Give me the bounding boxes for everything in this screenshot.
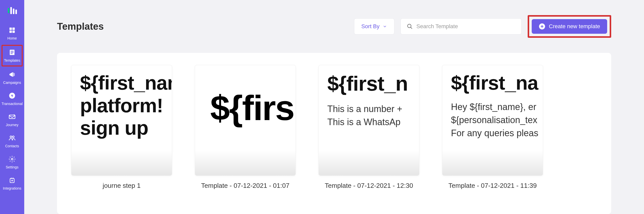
template-card[interactable]: ${first_name} platform! sign up journe s…	[71, 65, 172, 190]
svg-point-14	[10, 136, 12, 138]
sidebar-item-label: Templates	[4, 58, 20, 62]
svg-rect-4	[10, 28, 12, 30]
svg-rect-7	[12, 30, 15, 33]
sidebar-item-label: Contacts	[5, 144, 19, 148]
sidebar-item-label: Transactional	[2, 102, 23, 106]
template-title: journe step 1	[103, 182, 141, 190]
template-preview: ${firs	[195, 65, 296, 176]
sidebar-item-integrations[interactable]: Integrations	[2, 174, 23, 193]
template-title: Template - 07-12-2021 - 01:07	[201, 182, 289, 190]
sidebar-item-settings[interactable]: Settings	[2, 153, 23, 172]
template-preview: ${first_n This is a number + This is a W…	[318, 65, 419, 176]
svg-rect-2	[13, 9, 14, 14]
sidebar-item-home[interactable]: Home	[2, 24, 23, 43]
contacts-icon	[9, 134, 16, 142]
integrations-icon	[9, 177, 16, 185]
create-button-highlight: Create new template	[528, 15, 611, 38]
template-card[interactable]: ${first_na Hey ${first_name}, er ${perso…	[442, 65, 543, 190]
chevron-down-icon	[383, 24, 387, 29]
app-logo[interactable]	[4, 3, 20, 19]
svg-rect-6	[10, 30, 12, 33]
svg-rect-11	[11, 53, 13, 54]
svg-point-16	[11, 158, 13, 160]
sidebar-item-label: Campaigns	[3, 81, 21, 85]
preview-text: ${first_na	[451, 72, 543, 94]
svg-rect-9	[11, 51, 14, 51]
svg-rect-3	[15, 10, 17, 14]
template-grid: ${first_name} platform! sign up journe s…	[71, 65, 597, 190]
sidebar-item-label: Settings	[6, 165, 19, 169]
journey-icon	[9, 113, 16, 121]
svg-rect-1	[10, 7, 12, 14]
sidebar-item-contacts[interactable]: Contacts	[2, 131, 23, 151]
preview-text: ${firs	[210, 90, 294, 126]
template-card[interactable]: ${first_n This is a number + This is a W…	[318, 65, 419, 190]
search-box[interactable]	[400, 18, 522, 34]
campaigns-icon	[9, 71, 16, 79]
sort-by-button[interactable]: Sort By	[354, 18, 394, 34]
template-card[interactable]: ${firs Template - 07-12-2021 - 01:07	[195, 65, 296, 190]
svg-rect-13	[9, 115, 15, 119]
svg-rect-10	[11, 52, 14, 53]
template-title: Template - 07-12-2021 - 12:30	[325, 182, 413, 190]
sort-label: Sort By	[361, 23, 380, 30]
plus-circle-icon	[539, 23, 545, 30]
preview-body: Hey ${first_name}, er ${personalisation_…	[451, 100, 543, 140]
template-preview: ${first_name} platform! sign up	[71, 65, 172, 176]
search-input[interactable]	[416, 23, 515, 30]
sidebar-item-label: Home	[7, 36, 17, 40]
search-icon	[407, 23, 413, 29]
sidebar-item-templates[interactable]: Templates	[2, 45, 23, 66]
svg-point-15	[12, 136, 14, 138]
create-label: Create new template	[549, 23, 600, 30]
page-title: Templates	[57, 21, 104, 32]
main-content: Templates Sort By Create new template	[24, 0, 644, 214]
templates-icon	[9, 49, 16, 57]
sidebar: Home Templates Campaigns Transactional J…	[0, 0, 24, 214]
sidebar-item-label: Integrations	[3, 186, 21, 190]
svg-rect-0	[8, 8, 9, 13]
preview-text: ${first_name} platform! sign up	[80, 72, 172, 139]
sidebar-item-transactional[interactable]: Transactional	[2, 89, 23, 109]
transactional-icon	[9, 92, 16, 100]
svg-point-18	[408, 24, 411, 28]
template-preview: ${first_na Hey ${first_name}, er ${perso…	[442, 65, 543, 176]
header-controls: Sort By Create new template	[354, 15, 611, 38]
preview-body: This is a number + This is a WhatsAp	[327, 102, 419, 129]
home-icon	[9, 27, 16, 35]
header-row: Templates Sort By Create new template	[57, 15, 611, 38]
sidebar-item-campaigns[interactable]: Campaigns	[2, 68, 23, 88]
svg-rect-5	[12, 28, 15, 30]
templates-panel: ${first_name} platform! sign up journe s…	[57, 53, 611, 214]
preview-text: ${first_n	[327, 72, 419, 95]
create-new-template-button[interactable]: Create new template	[532, 19, 607, 34]
sidebar-item-journey[interactable]: Journey	[2, 110, 23, 130]
sidebar-item-label: Journey	[6, 123, 18, 127]
settings-icon	[9, 156, 16, 164]
template-title: Template - 07-12-2021 - 11:39	[448, 182, 537, 190]
